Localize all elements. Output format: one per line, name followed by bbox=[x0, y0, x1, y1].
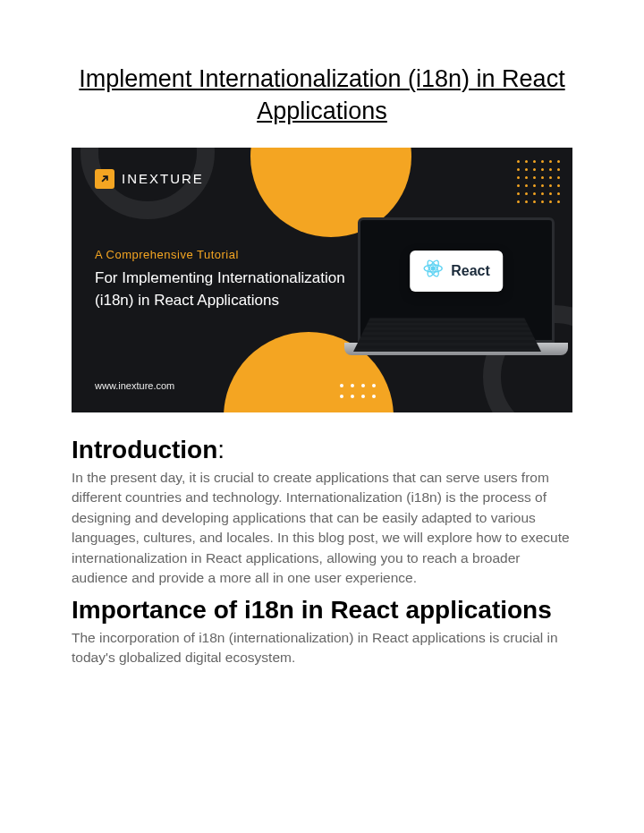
introduction-body: In the present day, it is crucial to cre… bbox=[72, 468, 572, 589]
document-title: Implement Internationalization (i18n) in… bbox=[79, 65, 564, 124]
react-atom-icon bbox=[422, 258, 444, 285]
brand-name: INEXTURE bbox=[122, 171, 204, 186]
decorative-dots bbox=[517, 160, 560, 203]
importance-body: The incorporation of i18n (international… bbox=[72, 628, 572, 668]
brand-logo: INEXTURE bbox=[95, 169, 204, 189]
arrow-up-icon bbox=[95, 169, 114, 189]
document-title-link[interactable]: Implement Internationalization (i18n) in… bbox=[72, 63, 572, 128]
decorative-dots bbox=[340, 384, 376, 398]
react-badge: React bbox=[410, 251, 503, 292]
introduction-heading: Introduction: bbox=[72, 436, 572, 464]
hero-banner: INEXTURE A Comprehensive Tutorial For Im… bbox=[72, 148, 572, 412]
react-label: React bbox=[451, 263, 490, 279]
banner-tagline: A Comprehensive Tutorial bbox=[95, 248, 239, 261]
importance-heading: Importance of i18n in React applications bbox=[72, 596, 572, 625]
laptop-illustration: React bbox=[358, 217, 572, 378]
banner-website: www.inexture.com bbox=[95, 380, 174, 391]
banner-headline: For Implementing Internationalization (i… bbox=[95, 268, 363, 311]
svg-point-0 bbox=[431, 267, 435, 270]
